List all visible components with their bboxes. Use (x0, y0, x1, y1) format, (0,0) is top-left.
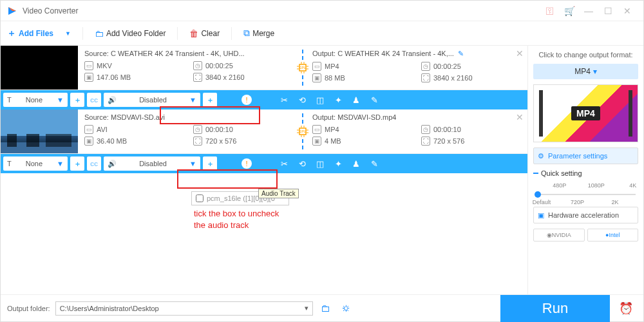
close-icon[interactable]: ✕ (618, 6, 637, 16)
output-format-button[interactable]: MP4▾ (533, 64, 638, 79)
chip-icon: ▣ (538, 211, 544, 220)
resolution-icon: ⛶ (421, 137, 430, 146)
maximize-icon[interactable]: ☐ (598, 6, 618, 16)
resolution-icon: ⛶ (193, 137, 202, 146)
output-format-title: Click to change output format: (533, 51, 638, 59)
info-icon[interactable]: ! (242, 158, 252, 169)
output-folder-label: Output folder: (7, 305, 50, 312)
crop-icon[interactable]: ◫ (312, 93, 328, 107)
add-video-folder-button[interactable]: 🗀Add Video Folder (95, 28, 166, 39)
add-audio-button[interactable]: ＋ (203, 93, 217, 107)
nvidia-chip[interactable]: ◉ NVIDIA (533, 229, 585, 242)
output-filename: Output: MSDVAVI-SD.mp4 (312, 113, 521, 121)
video-thumbnail[interactable] (1, 109, 78, 153)
duration-icon: ◷ (193, 125, 202, 134)
app-title: Video Converter (23, 6, 540, 15)
size-icon: ▣ (84, 73, 93, 82)
svg-text:GPU: GPU (299, 129, 307, 133)
cc-button[interactable]: cc (87, 156, 101, 171)
output-folder-input[interactable]: C:\Users\Administrator\Desktop▾ (55, 301, 313, 316)
file-item: Source: C WEATHER 4K 24 Transient - 4K, … (1, 46, 527, 90)
info-icon[interactable]: ! (242, 95, 252, 105)
side-panel: Click to change output format: MP4▾ MP4 … (527, 46, 643, 294)
toolbar: ＋Add Files ▼ 🗀Add Video Folder 🗑Clear ⧉M… (1, 21, 643, 46)
folder-icon: 🗀 (95, 28, 104, 39)
add-subtitle-button[interactable]: ＋ (70, 93, 84, 107)
edit-icon[interactable]: ✎ (366, 93, 382, 107)
item-action-bar: TNone▼ ＋ cc 🔊Disabled▼ ＋ ! ✂ ⟲ ◫ ✦ ♟ ✎ (1, 154, 527, 173)
edit-icon[interactable]: ✎ (366, 156, 382, 171)
add-audio-button[interactable]: ＋ (203, 156, 217, 171)
cart-icon[interactable]: 🛒 (560, 6, 579, 16)
speaker-icon: 🔊 (108, 96, 117, 104)
gpu-icon: GPU (296, 124, 310, 138)
scheduler-icon[interactable]: ⏰ (615, 301, 637, 316)
add-files-dropdown-icon[interactable]: ▼ (65, 30, 71, 37)
watermark-icon[interactable]: ♟ (348, 156, 364, 171)
merge-button[interactable]: ⧉Merge (243, 28, 274, 39)
crop-icon[interactable]: ◫ (312, 156, 328, 171)
effects-icon[interactable]: ✦ (330, 93, 346, 107)
add-files-button[interactable]: ＋Add Files (7, 28, 53, 39)
run-button[interactable]: Run (500, 295, 610, 322)
file-list: Source: C WEATHER 4K 24 Transient - 4K, … (1, 46, 527, 294)
speaker-icon: 🔊 (108, 160, 117, 168)
clear-button[interactable]: 🗑Clear (189, 28, 220, 39)
remove-item-icon[interactable]: ✕ (516, 48, 524, 59)
slider-thumb[interactable] (535, 191, 541, 198)
size-icon: ▣ (84, 137, 93, 146)
sliders-icon: ⚙ (538, 152, 544, 160)
edit-output-icon[interactable]: ✎ (458, 50, 464, 57)
effects-icon[interactable]: ✦ (330, 156, 346, 171)
subtitle-select[interactable]: TNone▼ (3, 93, 68, 107)
audio-track-tooltip: Audio Track (258, 189, 299, 198)
source-filename: Source: MSDVAVI-SD.avi (84, 113, 293, 121)
trash-icon: 🗑 (189, 28, 198, 39)
rotate-icon[interactable]: ⟲ (294, 93, 310, 107)
add-subtitle-button[interactable]: ＋ (70, 156, 84, 171)
size-icon: ▣ (312, 73, 321, 82)
caret-down-icon: ▾ (593, 67, 597, 76)
svg-text:GPU: GPU (299, 66, 307, 70)
format-preview[interactable]: MP4 (533, 84, 638, 142)
instruction-annotation: tick the box to uncheck the audio track (194, 208, 279, 231)
merge-icon: ⧉ (243, 28, 250, 39)
video-thumbnail[interactable] (1, 46, 78, 90)
audio-select[interactable]: 🔊Disabled▼ (104, 156, 200, 171)
resolution-icon: ⛶ (193, 73, 202, 82)
cc-button[interactable]: cc (87, 93, 101, 107)
open-folder-icon[interactable]: 🗀 (318, 303, 334, 314)
resolution-icon: ⛶ (421, 73, 430, 82)
quality-slider[interactable]: 480P 1080P 4K Default 720P 2K (533, 182, 638, 202)
gpu-icon: GPU (296, 61, 310, 75)
format-icon: ▭ (84, 61, 93, 70)
hardware-accel-button[interactable]: ▣Hardware acceleration (533, 207, 638, 223)
item-action-bar: TNone▼ ＋ cc 🔊Disabled▼ ＋ ! ✂ ⟲ ◫ ✦ ♟ ✎ (1, 90, 527, 109)
source-filename: Source: C WEATHER 4K 24 Transient - 4K, … (84, 50, 293, 57)
minimize-icon[interactable]: — (579, 6, 598, 16)
audio-select[interactable]: 🔊Disabled▼ (104, 93, 200, 107)
title-bar: Video Converter ⚿ 🛒 — ☐ ✕ (1, 1, 643, 21)
audio-track-checkbox[interactable] (196, 194, 204, 202)
format-icon: ▭ (312, 125, 321, 134)
register-icon[interactable]: ⚿ (540, 6, 560, 16)
rotate-icon[interactable]: ⟲ (294, 156, 310, 171)
duration-icon: ◷ (421, 125, 430, 134)
output-filename: Output: C WEATHER 4K 24 Transient - 4K,.… (312, 50, 454, 57)
watermark-icon[interactable]: ♟ (348, 93, 364, 107)
output-settings-icon[interactable]: ⛭ (339, 303, 354, 314)
format-icon: ▭ (84, 125, 93, 134)
remove-item-icon[interactable]: ✕ (516, 112, 524, 122)
intel-chip[interactable]: ● Intel (587, 229, 639, 242)
parameter-settings-button[interactable]: ⚙Parameter settings (533, 147, 638, 164)
app-logo-icon (7, 6, 17, 16)
format-icon: ▭ (312, 62, 321, 71)
bottom-bar: Output folder: C:\Users\Administrator\De… (1, 294, 643, 321)
subtitle-select[interactable]: TNone▼ (3, 156, 68, 171)
cut-icon[interactable]: ✂ (276, 93, 292, 107)
duration-icon: ◷ (193, 61, 202, 70)
duration-icon: ◷ (421, 62, 430, 71)
cut-icon[interactable]: ✂ (276, 156, 292, 171)
plus-icon: ＋ (7, 28, 16, 39)
file-item: Source: MSDVAVI-SD.avi ▭AVI ◷00:00:10 ▣3… (1, 109, 527, 154)
